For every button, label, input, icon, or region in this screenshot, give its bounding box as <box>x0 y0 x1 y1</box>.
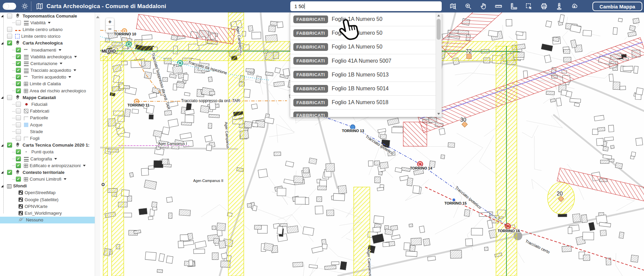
layer-checkbox[interactable] <box>7 27 12 32</box>
expand-arrow-icon[interactable] <box>1 96 3 99</box>
layer-style-caret-icon[interactable] <box>64 178 66 180</box>
layer-checkbox[interactable] <box>16 20 21 25</box>
layer-tree-item-insediamenti[interactable]: Insediamenti <box>0 47 95 53</box>
layer-checkbox[interactable] <box>7 170 12 175</box>
layer-tree-item-toponomastica-comunale[interactable]: Toponomastica Comunale <box>0 12 95 19</box>
layer-checkbox[interactable] <box>16 136 21 141</box>
layer-tree-item-limite-di-calatia[interactable]: Limite di Calatia <box>0 81 95 87</box>
search-result-item[interactable]: FABBRICATIFoglio 1A Numero 50 <box>290 40 436 54</box>
layer-style-caret-icon[interactable] <box>54 158 57 160</box>
print-icon[interactable] <box>539 2 548 10</box>
layer-style-caret-icon[interactable] <box>74 56 77 58</box>
layer-checkbox[interactable] <box>16 88 21 93</box>
search-result-item[interactable]: FABBRICATIFoglio 41A Numero 5007 <box>290 54 436 68</box>
layer-tree-item-contesto-territoriale[interactable]: Contesto territoriale <box>0 169 95 176</box>
layer-checkbox[interactable] <box>7 40 12 45</box>
sidebar-toggle-switch[interactable] <box>3 3 16 10</box>
layer-style-caret-icon[interactable] <box>60 63 62 64</box>
layer-tree-item-opnvkarte[interactable]: OPNVKarte <box>0 203 95 210</box>
select-area-icon[interactable] <box>524 2 533 10</box>
layer-tree-item-openstreetmap[interactable]: OpenStreetMap <box>0 189 95 196</box>
scroll-up-arrow[interactable] <box>96 16 99 18</box>
layer-checkbox[interactable] <box>16 102 21 107</box>
layer-tree-item-particelle[interactable]: Particelle <box>0 115 95 121</box>
search-result-item[interactable]: FABBRICATIFoglio 1A Numero 50 <box>290 12 436 26</box>
expand-arrow-icon[interactable] <box>1 185 3 187</box>
search-result-item[interactable]: FABBRICATI <box>290 110 436 117</box>
street-view-icon[interactable] <box>555 2 563 10</box>
change-map-button[interactable]: Cambia Mappa <box>592 2 642 11</box>
layer-tree-item-comuni-limitrofi[interactable]: Comuni Limitrofi <box>0 176 95 183</box>
layer-tree-item-mappe-catastali[interactable]: Mappe Catastali <box>0 94 95 101</box>
layer-tree-item-tracciato-acquedotto[interactable]: Tracciato acquedotto <box>0 67 95 74</box>
expand-arrow-icon[interactable] <box>1 42 3 44</box>
layer-checkbox[interactable] <box>16 109 21 114</box>
zoom-in-button[interactable]: + <box>106 18 114 26</box>
search-result-item[interactable]: FABBRICATIFoglio 1B Numero 5014 <box>290 82 436 96</box>
layer-checkbox[interactable] <box>16 61 21 66</box>
layer-tree-item-carta-tecnica-comunale-2020-1[interactable]: Carta Tecnica Comunale 2020 1: <box>0 142 95 149</box>
layer-checkbox[interactable] <box>16 115 21 120</box>
layer-checkbox[interactable] <box>16 81 21 86</box>
layer-checkbox[interactable] <box>16 156 21 161</box>
layer-checkbox[interactable] <box>7 34 12 39</box>
layer-tree-item-fiduciali[interactable]: Fiduciali <box>0 101 95 108</box>
search-result-item[interactable]: FABBRICATIFoglio 1A Numero 5018 <box>290 96 436 110</box>
sidebar-scrollbar[interactable] <box>95 12 100 276</box>
layer-checkbox[interactable] <box>16 163 21 168</box>
dropdown-scroll-thumb[interactable] <box>437 19 441 40</box>
layer-checkbox[interactable] <box>16 54 21 59</box>
layer-tree-item-torrini-acquedotto[interactable]: Torrini acquedotto <box>0 74 95 81</box>
layer-tree-item-viabilit-archeologica[interactable]: Viabilità archeologica <box>0 53 95 60</box>
brightness-icon[interactable] <box>20 2 29 10</box>
dropdown-scrollbar[interactable] <box>436 12 442 117</box>
layer-tree-item-cartografia[interactable]: Cartografia <box>0 155 95 162</box>
layer-style-caret-icon[interactable] <box>83 165 86 166</box>
search-result-item[interactable]: FABBRICATIFoglio 1A Numero 50 <box>290 26 436 40</box>
layer-tree-item-carta-archeologica[interactable]: Carta Archeologica <box>0 40 95 47</box>
dropdown-scroll-down[interactable] <box>437 113 440 115</box>
expand-arrow-icon[interactable] <box>1 144 3 147</box>
zoom-out-button[interactable]: − <box>106 26 114 33</box>
search-result-item[interactable]: FABBRICATIFoglio 1B Numero 5013 <box>290 68 436 82</box>
layer-tree-item-centuriazione[interactable]: Centuriazione <box>0 60 95 67</box>
layer-style-caret-icon[interactable] <box>68 76 71 78</box>
layer-checkbox[interactable] <box>16 149 21 154</box>
dropdown-scroll-up[interactable] <box>437 14 440 17</box>
layer-tree-item-strade[interactable]: Strade <box>0 128 95 135</box>
layer-tree-item-limite-centro-urbano[interactable]: Limite centro urbano <box>0 26 95 33</box>
layer-style-caret-icon[interactable] <box>59 49 61 51</box>
layer-tree-item-google-satellite[interactable]: Google (Satellite) <box>0 196 95 203</box>
expand-arrow-icon[interactable] <box>1 171 3 174</box>
layer-tree-item-punti-quota[interactable]: Punti quota <box>0 149 95 155</box>
layer-tree-item-esri-worldimagery[interactable]: Esri_WorldImagery <box>0 210 95 216</box>
layer-tree-item-area-del-rischio-archeologico[interactable]: Area del rischio archeologico <box>0 87 95 94</box>
layer-tree-item-nessuno[interactable]: Nessuno <box>0 217 95 223</box>
layer-checkbox[interactable] <box>16 68 21 73</box>
layer-checkbox[interactable] <box>7 95 12 100</box>
download-icon[interactable] <box>570 2 579 10</box>
layer-tree-item-limite-centro-storico[interactable]: Limite centro storico <box>0 33 95 40</box>
feature-search-icon[interactable] <box>448 2 457 10</box>
layer-tree-item-edificato-e-antropizzazioni[interactable]: Edificato e antropizzazioni <box>0 162 95 169</box>
layer-checkbox[interactable] <box>16 74 21 80</box>
layer-checkbox[interactable] <box>7 13 12 19</box>
expand-arrow-icon[interactable] <box>1 15 3 17</box>
ruler-icon[interactable] <box>494 2 503 10</box>
layer-checkbox[interactable] <box>16 122 21 127</box>
pan-hand-icon[interactable] <box>479 2 488 10</box>
layer-tree-item-viabilit[interactable]: Viabilità <box>0 19 95 26</box>
layer-checkbox[interactable] <box>16 177 21 182</box>
layer-tree-item-fabbricati[interactable]: Fabbricati <box>0 108 95 115</box>
layer-style-caret-icon[interactable] <box>48 22 51 24</box>
square-ruler-icon[interactable] <box>509 2 518 10</box>
layer-tree-item-fogli[interactable]: Fogli <box>0 135 95 142</box>
layer-tree-item-sfondi[interactable]: Sfondi <box>0 183 95 189</box>
layer-checkbox[interactable] <box>16 129 21 134</box>
search-input[interactable]: 1 50 <box>290 1 442 11</box>
zoom-in-icon[interactable] <box>464 2 472 10</box>
layer-checkbox[interactable] <box>16 48 21 53</box>
layer-checkbox[interactable] <box>7 143 12 148</box>
layer-tree-item-acque[interactable]: Acque <box>0 121 95 128</box>
layer-style-caret-icon[interactable] <box>74 69 76 71</box>
